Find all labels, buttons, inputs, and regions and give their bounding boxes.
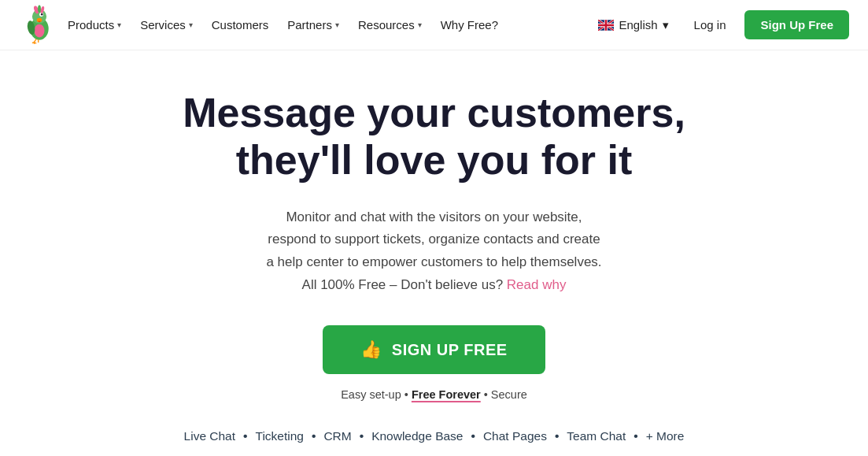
feature-live-chat: Live Chat: [184, 429, 235, 443]
language-selector[interactable]: English ▾: [592, 13, 674, 37]
nav-partners[interactable]: Partners ▾: [279, 12, 347, 38]
read-why-link[interactable]: Read why: [507, 277, 567, 292]
svg-point-2: [35, 24, 45, 37]
navbar: Products ▾ Services ▾ Customers Partners…: [0, 0, 868, 50]
hero-subtitle: Monitor and chat with the visitors on yo…: [266, 206, 601, 298]
nav-signup-button[interactable]: Sign Up Free: [744, 10, 849, 39]
hero-tags: Easy set-up • Free Forever • Secure: [341, 388, 527, 401]
nav-services[interactable]: Services ▾: [132, 12, 201, 38]
lang-chevron-icon: ▾: [663, 18, 669, 32]
login-button[interactable]: Log in: [685, 12, 736, 38]
feature-crm: CRM: [323, 429, 351, 443]
resources-chevron-icon: ▾: [418, 20, 422, 29]
nav-why-free[interactable]: Why Free?: [433, 12, 506, 38]
nav-products[interactable]: Products ▾: [60, 12, 129, 38]
hero-section: Message your customers, they'll love you…: [0, 50, 868, 456]
partners-chevron-icon: ▾: [335, 20, 339, 29]
feature-ticketing: Ticketing: [255, 429, 303, 443]
services-chevron-icon: ▾: [189, 20, 193, 29]
hero-title: Message your customers, they'll love you…: [151, 90, 718, 184]
nav-resources[interactable]: Resources ▾: [350, 12, 430, 38]
svg-point-7: [38, 5, 41, 12]
nav-customers[interactable]: Customers: [204, 12, 277, 38]
svg-line-10: [35, 39, 37, 42]
hero-signup-button[interactable]: 👍 SIGN UP FREE: [323, 325, 545, 374]
products-chevron-icon: ▾: [117, 20, 121, 29]
feature-team-chat: Team Chat: [567, 429, 626, 443]
features-row: Live Chat • Ticketing • CRM • Knowledge …: [184, 429, 685, 443]
logo[interactable]: [19, 3, 60, 47]
nav-right: English ▾ Log in Sign Up Free: [592, 10, 849, 39]
feature-more: + More: [646, 429, 685, 443]
feature-knowledge-base: Knowledge Base: [371, 429, 463, 443]
thumbs-up-icon: 👍: [360, 339, 382, 360]
feature-chat-pages: Chat Pages: [483, 429, 547, 443]
svg-point-5: [41, 13, 43, 16]
nav-links: Products ▾ Services ▾ Customers Partners…: [60, 12, 592, 38]
